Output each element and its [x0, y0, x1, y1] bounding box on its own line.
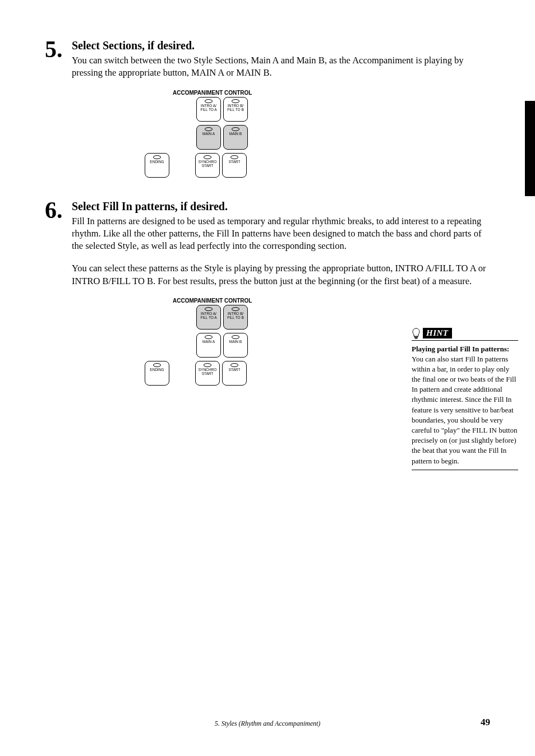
main-a-button: MAIN A — [196, 125, 221, 150]
page-number: 49 — [481, 717, 490, 728]
intro-a-button: INTRO A/ FILL TO A — [196, 97, 221, 122]
led-icon — [153, 155, 161, 159]
button-row: MAIN A MAIN B — [196, 125, 490, 150]
footer-chapter: 5. — [215, 720, 220, 727]
led-icon — [153, 363, 161, 367]
hint-header: HINT — [412, 328, 518, 341]
step-5-body: You can switch between the two Style Sec… — [72, 54, 490, 80]
btn-label: ENDING — [150, 160, 164, 164]
hint-body: You can also start Fill In patterns with… — [412, 355, 517, 465]
btn-label: INTRO B/ FILL TO B — [227, 104, 244, 112]
led-icon — [205, 127, 213, 131]
main-b-button: MAIN B — [223, 125, 248, 150]
led-icon — [205, 335, 213, 339]
intro-b-button: INTRO B/ FILL TO B — [223, 305, 248, 330]
step-5-number: 5. — [45, 36, 63, 63]
main-b-button: MAIN B — [223, 333, 248, 358]
led-icon — [232, 99, 239, 103]
dot: . — [57, 36, 63, 62]
bulb-icon — [412, 328, 421, 339]
btn-label: MAIN A — [202, 340, 215, 344]
side-tab — [525, 101, 535, 196]
btn-label: SYNCHRO START — [199, 368, 217, 375]
hint-text: Playing partial Fill In patterns: You ca… — [412, 344, 518, 470]
num: 5 — [45, 36, 57, 62]
step-5: 5. Select Sections, if desired. You can … — [45, 39, 490, 178]
synchro-start-button: SYNCHRO START — [195, 361, 220, 386]
led-icon — [232, 335, 239, 339]
led-icon — [230, 363, 238, 367]
btn-label: INTRO A/ FILL TO A — [200, 312, 216, 319]
ending-button: ENDING — [145, 153, 169, 178]
page-content: 5. Select Sections, if desired. You can … — [0, 0, 535, 386]
step-6-body-1: Fill In patterns are designed to be used… — [72, 215, 490, 253]
led-icon — [230, 155, 238, 159]
led-icon — [205, 99, 213, 103]
footer: 5. Styles (Rhythm and Accompaniment) — [0, 720, 535, 728]
button-row: INTRO A/ FILL TO A INTRO B/ FILL TO B — [196, 97, 490, 122]
hint-tag: HINT — [423, 328, 452, 338]
footer-title: Styles (Rhythm and Accompaniment) — [222, 720, 321, 727]
led-icon — [232, 307, 239, 311]
btn-label: MAIN A — [202, 132, 215, 136]
intro-a-button: INTRO A/ FILL TO A — [196, 305, 221, 330]
led-icon — [205, 307, 213, 311]
led-icon — [204, 155, 211, 159]
btn-label: START — [229, 368, 241, 372]
btn-label: START — [229, 160, 241, 164]
btn-label: MAIN B — [229, 132, 242, 136]
btn-label: SYNCHRO START — [199, 160, 217, 168]
button-row: ENDING SYNCHRO START START — [145, 153, 490, 178]
ending-button: ENDING — [145, 361, 169, 386]
btn-label: ENDING — [150, 368, 164, 372]
led-icon — [204, 363, 211, 367]
panel-title: ACCOMPANIMENT CONTROL — [173, 90, 490, 96]
synchro-start-button: SYNCHRO START — [195, 153, 220, 178]
led-icon — [232, 127, 239, 131]
control-panel-5: ACCOMPANIMENT CONTROL INTRO A/ FILL TO A… — [145, 90, 490, 178]
num: 6 — [45, 197, 57, 223]
btn-label: MAIN B — [229, 340, 242, 344]
step-6-title: Select Fill In patterns, if desired. — [72, 200, 490, 213]
start-button: START — [222, 361, 247, 386]
panel-title: ACCOMPANIMENT CONTROL — [173, 298, 490, 304]
hint-title: Playing partial Fill In patterns: — [412, 345, 509, 353]
dot: . — [57, 197, 63, 223]
button-row: INTRO A/ FILL TO A INTRO B/ FILL TO B — [196, 305, 490, 330]
step-6-number: 6. — [45, 197, 63, 224]
step-6: 6. Select Fill In patterns, if desired. … — [45, 200, 490, 386]
main-a-button: MAIN A — [196, 333, 221, 358]
intro-b-button: INTRO B/ FILL TO B — [223, 97, 248, 122]
btn-label: INTRO B/ FILL TO B — [227, 312, 244, 319]
step-5-title: Select Sections, if desired. — [72, 39, 490, 52]
step-6-body-2: You can select these patterns as the Sty… — [72, 262, 490, 287]
btn-label: INTRO A/ FILL TO A — [200, 104, 216, 112]
start-button: START — [222, 153, 247, 178]
